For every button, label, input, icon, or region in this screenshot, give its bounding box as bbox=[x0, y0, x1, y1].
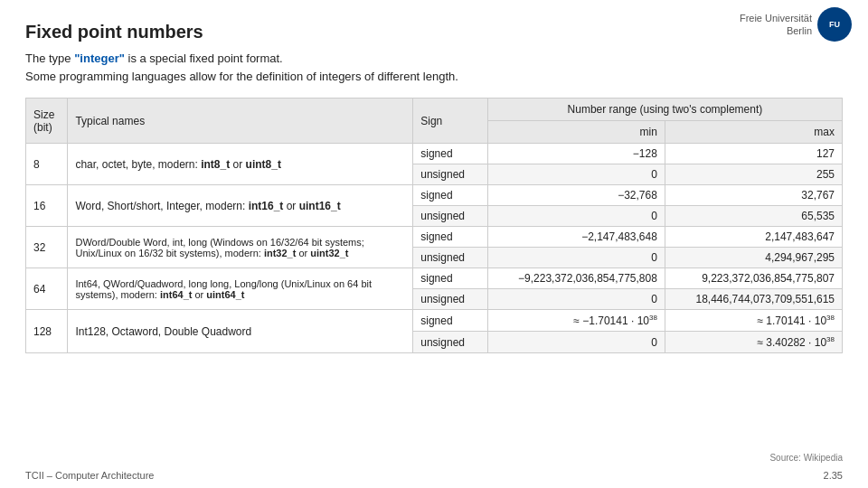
source-note: Source: Wikipedia bbox=[769, 453, 843, 463]
max-128-2: ≈ 3.40282 · 1038 bbox=[665, 332, 842, 353]
min-8-2: 0 bbox=[487, 164, 665, 185]
min-128-2: 0 bbox=[487, 332, 665, 353]
subtitle: The type "integer" is a special fixed po… bbox=[25, 50, 843, 85]
size-32: 32 bbox=[26, 227, 68, 268]
table-row: 8 char, octet, byte, modern: int8_t or u… bbox=[26, 144, 843, 164]
subtitle-line2: Some programming languages allow for the… bbox=[25, 70, 458, 83]
logo-badge: FU bbox=[817, 7, 852, 42]
sign-64-1: signed bbox=[413, 268, 488, 289]
size-128: 128 bbox=[26, 310, 68, 353]
sign-32-1: signed bbox=[413, 227, 488, 248]
max-8-1: 127 bbox=[665, 144, 842, 164]
names-128: Int128, Octaword, Double Quadword bbox=[68, 310, 413, 353]
sign-8-1: signed bbox=[413, 144, 488, 164]
header-sign: Sign bbox=[413, 99, 488, 144]
table-row: 16 Word, Short/short, Integer, modern: i… bbox=[26, 185, 843, 206]
min-64-2: 0 bbox=[487, 289, 665, 310]
footer-left: TCII – Computer Architecture bbox=[25, 470, 154, 481]
sign-64-2: unsigned bbox=[413, 289, 488, 310]
max-128-1: ≈ 1.70141 · 1038 bbox=[665, 310, 842, 332]
min-32-1: −2,147,483,648 bbox=[487, 227, 665, 248]
min-128-1: ≈ −1.70141 · 1038 bbox=[487, 310, 665, 332]
min-32-2: 0 bbox=[487, 248, 665, 268]
header-min: min bbox=[487, 121, 665, 144]
logo-text: Freie Universität Berlin bbox=[740, 12, 812, 38]
size-8: 8 bbox=[26, 144, 68, 185]
max-64-2: 18,446,744,073,709,551,615 bbox=[665, 289, 842, 310]
logo-line2: Berlin bbox=[787, 25, 812, 36]
min-16-2: 0 bbox=[487, 206, 665, 227]
names-16: Word, Short/short, Integer, modern: int1… bbox=[68, 185, 413, 227]
subtitle-line1-post: is a special fixed point format. bbox=[125, 52, 283, 65]
header-names: Typical names bbox=[68, 99, 413, 144]
footer-right: 2.35 bbox=[824, 470, 843, 481]
data-table: Size (bit) Typical names Sign Number ran… bbox=[25, 98, 843, 353]
sign-128-2: unsigned bbox=[413, 332, 488, 353]
footer-bar: TCII – Computer Architecture 2.35 bbox=[0, 470, 868, 481]
size-64: 64 bbox=[26, 268, 68, 310]
min-8-1: −128 bbox=[487, 144, 665, 164]
page-title: Fixed point numbers bbox=[25, 22, 843, 42]
sign-16-1: signed bbox=[413, 185, 488, 206]
header-number-range: Number range (using two's complement) bbox=[487, 99, 842, 121]
max-8-2: 255 bbox=[665, 164, 842, 185]
header-max: max bbox=[665, 121, 842, 144]
max-32-1: 2,147,483,647 bbox=[665, 227, 842, 248]
max-16-1: 32,767 bbox=[665, 185, 842, 206]
sign-32-2: unsigned bbox=[413, 248, 488, 268]
size-16: 16 bbox=[26, 185, 68, 227]
page: Freie Universität Berlin FU Fixed point … bbox=[0, 0, 868, 488]
header-size: Size (bit) bbox=[26, 99, 68, 144]
subtitle-highlight: "integer" bbox=[74, 52, 125, 65]
table-row: 32 DWord/Double Word, int, long (Windows… bbox=[26, 227, 843, 248]
sign-16-2: unsigned bbox=[413, 206, 488, 227]
table-row: 128 Int128, Octaword, Double Quadword si… bbox=[26, 310, 843, 332]
names-8: char, octet, byte, modern: int8_t or uin… bbox=[68, 144, 413, 185]
sign-8-2: unsigned bbox=[413, 164, 488, 185]
logo-area: Freie Universität Berlin FU bbox=[740, 7, 852, 42]
names-32: DWord/Double Word, int, long (Windows on… bbox=[68, 227, 413, 268]
max-32-2: 4,294,967,295 bbox=[665, 248, 842, 268]
sign-128-1: signed bbox=[413, 310, 488, 332]
logo-line1: Freie Universität bbox=[740, 13, 812, 23]
subtitle-line1-pre: The type bbox=[25, 52, 74, 65]
min-64-1: −9,223,372,036,854,775,808 bbox=[487, 268, 665, 289]
max-64-1: 9,223,372,036,854,775,807 bbox=[665, 268, 842, 289]
min-16-1: −32,768 bbox=[487, 185, 665, 206]
names-64: Int64, QWord/Quadword, long long, Long/l… bbox=[68, 268, 413, 310]
max-16-2: 65,535 bbox=[665, 206, 842, 227]
table-row: 64 Int64, QWord/Quadword, long long, Lon… bbox=[26, 268, 843, 289]
